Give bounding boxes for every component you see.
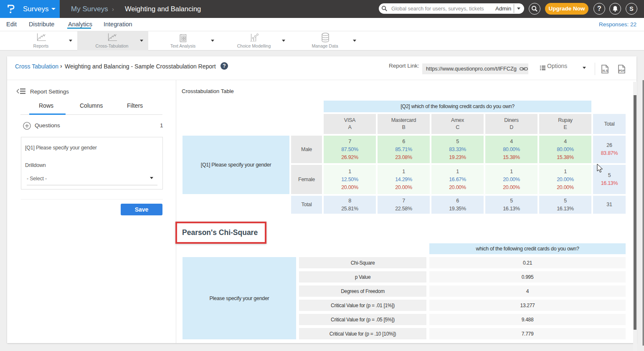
svg-text:PDF: PDF (619, 69, 625, 72)
svg-text:XLS: XLS (602, 69, 608, 72)
